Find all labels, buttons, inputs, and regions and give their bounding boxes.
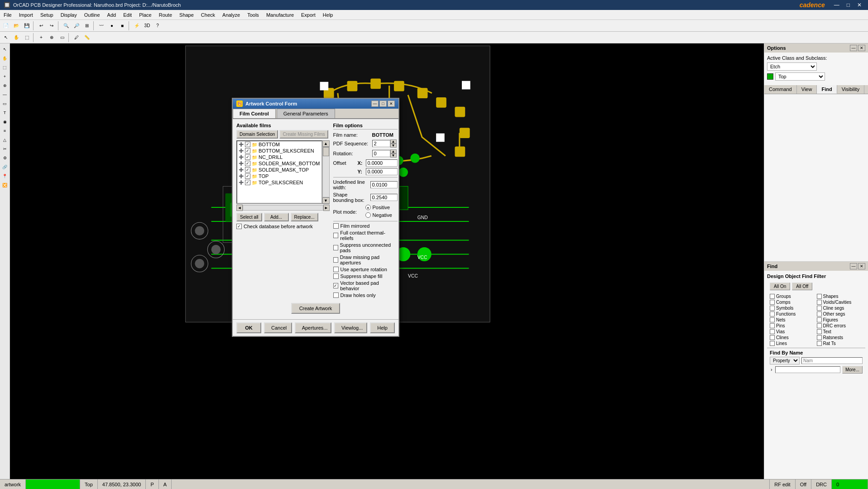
tb-zoom-in[interactable]: 🔍 [61, 21, 71, 31]
menu-outline[interactable]: Outline [81, 10, 104, 19]
minimize-button[interactable]: — [831, 1, 842, 9]
scroll-down-arrow[interactable]: ▼ [322, 197, 330, 204]
draw-holes-checkbox[interactable] [333, 292, 339, 298]
options-close[interactable]: ✕ [858, 45, 865, 51]
menu-check[interactable]: Check [197, 10, 219, 19]
plot-negative-radio[interactable] [365, 212, 371, 218]
menu-display[interactable]: Display [57, 10, 81, 19]
find-lines-check[interactable] [770, 341, 775, 346]
viewlog-button[interactable]: Viewlog... [334, 322, 367, 333]
tb-via[interactable]: ● [107, 21, 117, 31]
film-item-nc-drill[interactable]: ➕ 📁 NC_DRILL [237, 154, 321, 160]
find-expand-arrow[interactable]: › [770, 366, 773, 373]
find-nets-check[interactable] [770, 317, 775, 322]
tb-route[interactable]: 〰 [96, 21, 106, 31]
find-ratsnests-check[interactable] [817, 335, 822, 340]
check-database-checkbox[interactable] [236, 224, 242, 229]
find-shapes-check[interactable] [817, 294, 822, 299]
find-name-input[interactable] [801, 357, 863, 364]
vector-based-checkbox[interactable] [333, 283, 339, 288]
menu-help[interactable]: Help [319, 10, 337, 19]
dialog-restore-button[interactable]: □ [379, 101, 387, 107]
find-pins-check[interactable] [770, 323, 775, 328]
canvas-area[interactable]: GND VCC GND GND VCC GND VCC GND VCC VCC … [10, 43, 764, 479]
menu-add[interactable]: Add [104, 10, 120, 19]
film-check-solder-mask-btm[interactable] [245, 161, 250, 166]
ok-button[interactable]: OK [236, 322, 261, 333]
film-item-bottom[interactable]: ➕ 📁 BOTTOM [237, 141, 321, 148]
film-check-bottom[interactable] [245, 142, 250, 147]
tb2-highlight[interactable]: 🖊 [72, 33, 82, 43]
scroll-right-arrow[interactable]: ► [323, 205, 330, 211]
pdf-sequence-up[interactable]: ▲ [390, 139, 397, 144]
tab-find[interactable]: Find [817, 85, 837, 94]
tb-fit[interactable]: ⊞ [82, 21, 92, 31]
film-item-top[interactable]: ➕ 📁 TOP [237, 173, 321, 179]
dialog-minimize-button[interactable]: — [371, 101, 379, 107]
all-on-button[interactable]: All On [770, 283, 790, 290]
tb2-pan[interactable]: ✋ [11, 33, 21, 43]
sidebar-btn-2[interactable]: ✋ [1, 54, 9, 62]
sidebar-btn-13[interactable]: ⚙ [1, 154, 9, 162]
find-symbols-check[interactable] [770, 306, 775, 311]
dialog-close-button[interactable]: ✕ [388, 101, 395, 107]
find-property-select[interactable]: Property [770, 357, 800, 364]
find-clines-check[interactable] [770, 335, 775, 340]
class-select[interactable]: Etch [767, 62, 817, 71]
scroll-thumb[interactable] [323, 147, 329, 156]
pdf-sequence-down[interactable]: ▼ [390, 144, 397, 148]
sidebar-btn-1[interactable]: ↖ [1, 45, 9, 53]
undefined-line-input[interactable] [370, 181, 398, 188]
film-check-solder-mask-top[interactable] [245, 167, 250, 173]
film-item-solder-mask-btm[interactable]: ➕ 📁 SOLDER_MASK_BOTTOM [237, 160, 321, 167]
find-functions-check[interactable] [770, 312, 775, 316]
close-button[interactable]: ✕ [854, 1, 864, 9]
menu-analyze[interactable]: Analyze [219, 10, 244, 19]
find-vias-check[interactable] [770, 329, 775, 334]
menu-route[interactable]: Route [155, 10, 176, 19]
draw-missing-checkbox[interactable] [333, 257, 338, 263]
find-rat-ts-check[interactable] [817, 341, 822, 346]
menu-import[interactable]: Import [15, 10, 37, 19]
sidebar-btn-9[interactable]: ◉ [1, 118, 9, 126]
sidebar-btn-10[interactable]: ≡ [1, 127, 9, 135]
tb2-select[interactable]: ↖ [1, 33, 11, 43]
find-cline-segs-check[interactable] [817, 306, 822, 311]
subclass-select[interactable]: Top [775, 72, 825, 81]
film-check-nc-drill[interactable] [245, 154, 250, 160]
use-aperture-checkbox[interactable] [333, 267, 339, 272]
sidebar-btn-4[interactable]: + [1, 72, 9, 81]
tab-view[interactable]: View [797, 85, 817, 94]
replace-button[interactable]: Replace... [291, 213, 318, 221]
cancel-button[interactable]: Cancel [264, 322, 292, 333]
tb2-zoom-box[interactable]: ⬚ [22, 33, 32, 43]
menu-shape[interactable]: Shape [176, 10, 197, 19]
shape-bounding-input[interactable] [370, 194, 398, 201]
tb2-add-shape[interactable]: ▭ [57, 33, 67, 43]
menu-file[interactable]: File [0, 10, 15, 19]
menu-export[interactable]: Export [297, 10, 319, 19]
find-figures-check[interactable] [817, 317, 822, 322]
film-check-top-silk[interactable] [245, 180, 250, 185]
tb-help[interactable]: ? [153, 21, 163, 31]
sidebar-btn-11[interactable]: △ [1, 136, 9, 144]
menu-tools[interactable]: Tools [244, 10, 263, 19]
find-comps-check[interactable] [770, 300, 775, 305]
pdf-sequence-input[interactable] [372, 140, 390, 147]
sidebar-btn-16[interactable]: 🔀 [1, 181, 9, 189]
film-mirrored-checkbox[interactable] [333, 223, 339, 229]
create-artwork-button[interactable]: Create Artwork [291, 303, 340, 314]
find-minimize[interactable]: — [850, 263, 857, 269]
tb-open[interactable]: 📂 [11, 21, 21, 31]
sidebar-btn-5[interactable]: ⊕ [1, 82, 9, 90]
menu-place[interactable]: Place [135, 10, 155, 19]
menu-manufacture[interactable]: Manufacture [263, 10, 297, 19]
find-drc-errors-check[interactable] [817, 323, 822, 328]
add-button[interactable]: Add... [264, 213, 289, 221]
tb-3d[interactable]: 3D [142, 21, 152, 31]
menu-setup[interactable]: Setup [37, 10, 57, 19]
select-all-button[interactable]: Select all [236, 213, 262, 221]
film-item-bottom-silk[interactable]: ➕ 📁 BOTTOM_SILKSCREEN [237, 148, 321, 154]
tb-save[interactable]: 💾 [22, 21, 32, 31]
film-check-bottom-silk[interactable] [245, 148, 250, 153]
